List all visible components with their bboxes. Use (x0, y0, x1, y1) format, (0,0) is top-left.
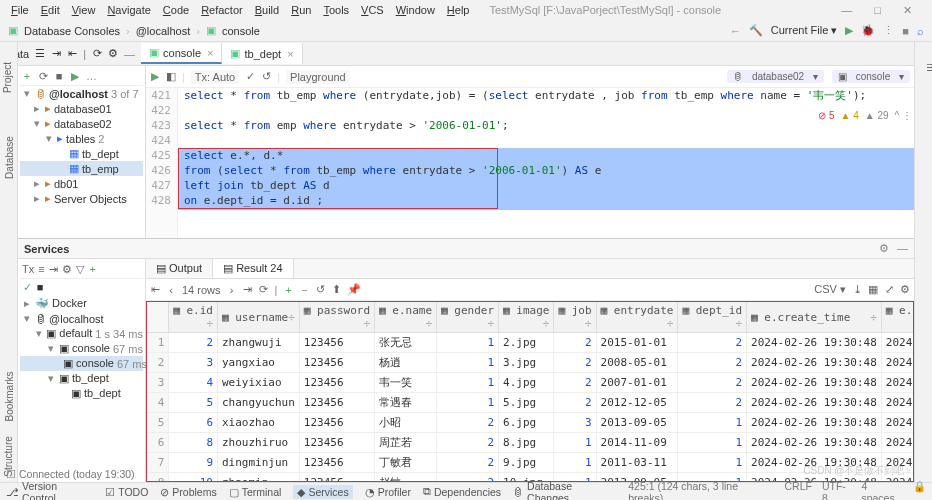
lock-icon[interactable]: 🔒 (913, 480, 926, 501)
console-badge[interactable]: ▣ console ▾ (832, 70, 910, 83)
tree-node[interactable]: ▦ tb_emp (20, 161, 143, 176)
menu-build[interactable]: Build (250, 2, 284, 18)
indent[interactable]: 4 spaces (861, 480, 903, 501)
rollback-icon[interactable]: ↺ (261, 70, 271, 83)
caret-pos[interactable]: 425:1 (124 chars, 3 line breaks) (628, 480, 774, 501)
result-tab[interactable]: ▤ Result 24 (213, 259, 294, 278)
run-icon[interactable]: ▶ (845, 24, 853, 37)
export-icon[interactable]: ⤓ (852, 283, 862, 296)
profiler-button[interactable]: ◔ Profiler (365, 486, 411, 498)
view-icon[interactable]: ▦ (868, 283, 878, 296)
table-row[interactable]: 12zhangwuji123456张无忌12.jpg22015-01-01220… (147, 333, 915, 353)
delete-row-icon[interactable]: − (299, 284, 309, 296)
tree-node[interactable]: ▸▸ db01 (20, 176, 143, 191)
services-button[interactable]: ◆ Services (293, 485, 352, 499)
table-row[interactable]: 79dingminjun123456丁敏君29.jpg12011-03-1112… (147, 453, 915, 473)
todo-button[interactable]: ☑ TODO (105, 486, 148, 498)
next-page-icon[interactable]: › (227, 284, 237, 296)
explain-icon[interactable]: ◧ (166, 70, 176, 83)
crumb-host[interactable]: @localhost (136, 25, 191, 37)
add-icon[interactable]: + (88, 263, 98, 276)
prev-page-icon[interactable]: ‹ (166, 284, 176, 296)
revert-icon[interactable]: ↺ (315, 283, 325, 296)
vcs-button[interactable]: ⎇ Version Control (6, 480, 93, 501)
menu-help[interactable]: Help (442, 2, 475, 18)
encoding[interactable]: UTF-8 (822, 480, 851, 501)
add-row-icon[interactable]: + (283, 284, 293, 296)
tree-node[interactable]: ▸▸ database01 (20, 101, 143, 116)
col-header[interactable]: ▦ dept_id ÷ (678, 302, 747, 333)
stop-icon[interactable]: ■ (902, 25, 909, 37)
svc-tree-node[interactable]: ▾▣ default 1 s 34 ms (20, 326, 143, 341)
col-header[interactable]: ▦ username ÷ (218, 302, 300, 333)
build-icon[interactable]: 🔨 (749, 24, 763, 37)
tree-node[interactable]: ▾▸ database02 (20, 116, 143, 131)
tab-console[interactable]: ▣console× (141, 43, 222, 64)
close-icon[interactable]: ✕ (898, 2, 917, 19)
crumb-leaf[interactable]: console (222, 25, 260, 37)
services-tree[interactable]: Tx≡⇥⚙▽ + ✓ ■ ▸🐳 Docker▾🛢 @localhost▾▣ de… (18, 259, 146, 482)
col-header[interactable]: ▦ entrydate ÷ (596, 302, 678, 333)
result-tabs[interactable]: ▤ Output▤ Result 24 (146, 259, 914, 279)
left-tool-stripe[interactable]: Project Database Bookmarks Structure (0, 42, 18, 482)
menu-code[interactable]: Code (158, 2, 194, 18)
commit-icon[interactable]: ✓ (245, 70, 255, 83)
first-page-icon[interactable]: ⇤ (150, 283, 160, 296)
result-tab[interactable]: ▤ Output (146, 259, 213, 278)
menu-file[interactable]: File (6, 2, 34, 18)
database-tree[interactable]: + ⟳ ■ ▶ … ▾🛢 @localhost 3 of 7 ▸▸ databa… (18, 66, 146, 238)
tx-mode-select[interactable]: Tx: Auto (191, 70, 239, 84)
col-header[interactable]: ▦ e.id ÷ (169, 302, 218, 333)
reload-icon[interactable]: ⟳ (259, 283, 269, 296)
terminal-button[interactable]: ▢ Terminal (229, 486, 282, 498)
code-area[interactable]: select * from tb_emp where (entrydate,jo… (178, 88, 914, 238)
close-icon[interactable]: × (287, 48, 293, 60)
export-format[interactable]: CSV ▾ (814, 283, 846, 296)
col-header[interactable]: ▦ job ÷ (554, 302, 596, 333)
minimize-icon[interactable]: — (836, 2, 857, 19)
maximize-icon[interactable]: □ (869, 2, 886, 19)
table-row[interactable]: 23yangxiao123456杨逍13.jpg22008-05-0122024… (147, 353, 915, 373)
tree-node[interactable]: ▦ tb_dept (20, 146, 143, 161)
expand-icon[interactable]: ⤢ (884, 283, 894, 296)
result-grid[interactable]: ▦ e.id ÷▦ username ÷▦ password ÷▦ e.name… (146, 301, 914, 482)
schema-badge[interactable]: 🛢 database02 ▾ (727, 70, 824, 83)
pin-icon[interactable]: 📌 (347, 283, 357, 296)
crumb-root[interactable]: Database Consoles (24, 25, 120, 37)
svc-tree-node[interactable]: ▾▣ tb_dept (20, 371, 143, 386)
problems-button[interactable]: ⊘ Problems (160, 486, 216, 498)
gear-icon[interactable]: ⚙ (108, 47, 118, 60)
menu-vcs[interactable]: VCS (356, 2, 389, 18)
menu-run[interactable]: Run (286, 2, 316, 18)
close-icon[interactable]: × (207, 47, 213, 59)
debug-icon[interactable]: 🐞 (861, 24, 875, 37)
dependencies-button[interactable]: ⧉ Dependencies (423, 485, 501, 498)
svc-tree-node[interactable]: ▾▣ console 67 ms (20, 341, 143, 356)
col-header[interactable]: ▦ image ÷ (499, 302, 554, 333)
submit-icon[interactable]: ⬆ (331, 283, 341, 296)
filter-icon[interactable]: ☰ (35, 47, 45, 60)
more-icon[interactable]: … (86, 70, 96, 83)
col-header[interactable]: ▦ e.name ÷ (375, 302, 437, 333)
col-header[interactable]: ▦ e.update_time ÷ (881, 302, 914, 333)
tree-refresh-icon[interactable]: ⟳ (38, 70, 48, 83)
hide-icon[interactable]: — (897, 242, 908, 255)
table-row[interactable]: 45changyuchun123456常遇春15.jpg22012-12-052… (147, 393, 915, 413)
stop-icon[interactable]: ■ (35, 281, 45, 293)
table-row[interactable]: 56xiaozhao123456小昭26.jpg32013-09-0512024… (147, 413, 915, 433)
table-row[interactable]: 68zhouzhiruo123456周芷若28.jpg12014-11-0912… (147, 433, 915, 453)
col-header[interactable]: ▦ e.create_time ÷ (747, 302, 882, 333)
run-icon[interactable]: ▶ (70, 70, 80, 83)
table-row[interactable]: 34weiyixiao123456韦一笑14.jpg22007-01-01220… (147, 373, 915, 393)
dbchanges-button[interactable]: 🛢 Database Changes (513, 480, 616, 501)
more-icon[interactable]: ⋮ (883, 24, 894, 37)
last-page-icon[interactable]: ⇥ (243, 283, 253, 296)
back-icon[interactable]: ← (730, 25, 741, 37)
refresh-icon[interactable]: ⟳ (92, 47, 102, 60)
right-tool-stripe[interactable]: m (914, 42, 932, 482)
svc-tree-node[interactable]: ▾🛢 @localhost (20, 311, 143, 326)
sql-editor[interactable]: ▶ ◧ | Tx: Auto ✓ ↺ | Playground 🛢 databa… (146, 66, 914, 238)
playground-select[interactable]: Playground (286, 70, 350, 84)
menu-tools[interactable]: Tools (318, 2, 354, 18)
col-header[interactable]: ▦ password ÷ (299, 302, 374, 333)
